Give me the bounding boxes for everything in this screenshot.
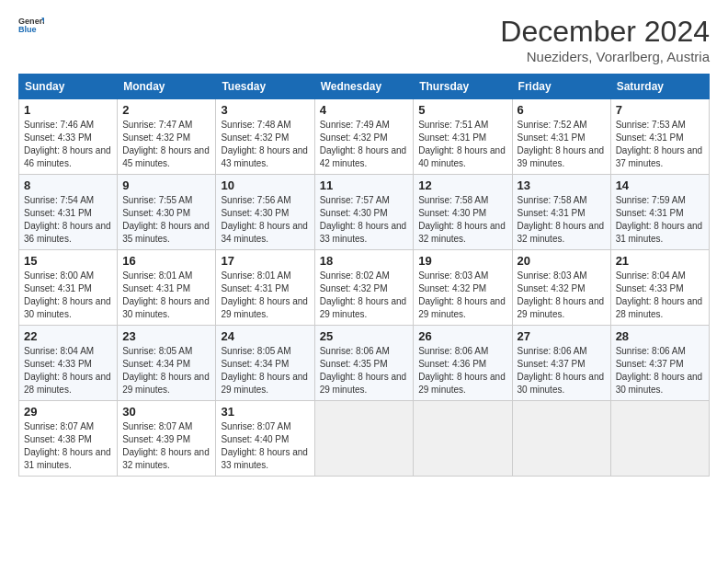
calendar-cell: 8Sunrise: 7:54 AM Sunset: 4:31 PM Daylig… — [19, 175, 118, 250]
calendar-week-4: 22Sunrise: 8:04 AM Sunset: 4:33 PM Dayli… — [19, 326, 710, 401]
day-info: Sunrise: 8:04 AM Sunset: 4:33 PM Dayligh… — [616, 270, 704, 321]
day-number: 13 — [518, 178, 606, 192]
calendar-cell: 11Sunrise: 7:57 AM Sunset: 4:30 PM Dayli… — [314, 175, 414, 250]
day-number: 14 — [616, 178, 704, 192]
day-info: Sunrise: 8:01 AM Sunset: 4:31 PM Dayligh… — [221, 270, 309, 321]
calendar-cell: 26Sunrise: 8:06 AM Sunset: 4:36 PM Dayli… — [414, 326, 512, 401]
calendar-cell: 9Sunrise: 7:55 AM Sunset: 4:30 PM Daylig… — [118, 175, 216, 250]
day-info: Sunrise: 8:00 AM Sunset: 4:31 PM Dayligh… — [24, 270, 112, 321]
day-number: 15 — [24, 254, 112, 268]
calendar-cell — [610, 401, 709, 477]
day-number: 1 — [24, 103, 112, 117]
day-number: 4 — [320, 103, 409, 117]
day-number: 2 — [122, 103, 210, 117]
calendar-cell: 24Sunrise: 8:05 AM Sunset: 4:34 PM Dayli… — [216, 326, 314, 401]
day-number: 27 — [518, 329, 606, 343]
calendar-cell: 4Sunrise: 7:49 AM Sunset: 4:32 PM Daylig… — [314, 99, 414, 175]
calendar-cell: 23Sunrise: 8:05 AM Sunset: 4:34 PM Dayli… — [118, 326, 216, 401]
day-info: Sunrise: 8:07 AM Sunset: 4:39 PM Dayligh… — [122, 420, 210, 472]
calendar-cell: 18Sunrise: 8:02 AM Sunset: 4:32 PM Dayli… — [314, 250, 414, 326]
calendar-cell: 19Sunrise: 8:03 AM Sunset: 4:32 PM Dayli… — [414, 250, 512, 326]
day-info: Sunrise: 7:52 AM Sunset: 4:31 PM Dayligh… — [518, 119, 606, 170]
calendar-week-3: 15Sunrise: 8:00 AM Sunset: 4:31 PM Dayli… — [19, 250, 710, 326]
calendar-cell: 14Sunrise: 7:59 AM Sunset: 4:31 PM Dayli… — [610, 175, 709, 250]
day-number: 3 — [221, 103, 309, 117]
calendar-cell: 5Sunrise: 7:51 AM Sunset: 4:31 PM Daylig… — [414, 99, 512, 175]
calendar-cell — [414, 401, 512, 477]
day-number: 22 — [24, 329, 112, 343]
calendar-cell — [314, 401, 414, 477]
calendar-cell: 1Sunrise: 7:46 AM Sunset: 4:33 PM Daylig… — [19, 99, 118, 175]
page-header: General Blue December 2024 Nueziders, Vo… — [18, 15, 710, 64]
day-info: Sunrise: 8:06 AM Sunset: 4:37 PM Dayligh… — [616, 345, 704, 396]
weekday-header-wednesday: Wednesday — [314, 75, 414, 99]
day-number: 11 — [320, 178, 409, 192]
day-info: Sunrise: 8:06 AM Sunset: 4:35 PM Dayligh… — [320, 345, 409, 396]
calendar-cell: 16Sunrise: 8:01 AM Sunset: 4:31 PM Dayli… — [118, 250, 216, 326]
day-info: Sunrise: 8:05 AM Sunset: 4:34 PM Dayligh… — [122, 345, 210, 396]
day-info: Sunrise: 7:48 AM Sunset: 4:32 PM Dayligh… — [221, 119, 309, 170]
logo-icon: General Blue — [18, 15, 44, 35]
calendar-cell: 13Sunrise: 7:58 AM Sunset: 4:31 PM Dayli… — [512, 175, 610, 250]
weekday-header-monday: Monday — [118, 75, 216, 99]
day-number: 16 — [122, 254, 210, 268]
day-info: Sunrise: 8:07 AM Sunset: 4:40 PM Dayligh… — [221, 420, 309, 472]
calendar-cell: 2Sunrise: 7:47 AM Sunset: 4:32 PM Daylig… — [118, 99, 216, 175]
day-info: Sunrise: 8:02 AM Sunset: 4:32 PM Dayligh… — [320, 270, 409, 321]
day-info: Sunrise: 7:58 AM Sunset: 4:30 PM Dayligh… — [418, 194, 506, 246]
day-number: 30 — [122, 405, 210, 419]
day-info: Sunrise: 7:59 AM Sunset: 4:31 PM Dayligh… — [616, 194, 704, 246]
calendar-cell: 10Sunrise: 7:56 AM Sunset: 4:30 PM Dayli… — [216, 175, 314, 250]
weekday-header-row: SundayMondayTuesdayWednesdayThursdayFrid… — [19, 75, 710, 99]
calendar-week-5: 29Sunrise: 8:07 AM Sunset: 4:38 PM Dayli… — [19, 401, 710, 477]
day-number: 8 — [24, 178, 112, 192]
calendar-cell: 29Sunrise: 8:07 AM Sunset: 4:38 PM Dayli… — [19, 401, 118, 477]
weekday-header-thursday: Thursday — [414, 75, 512, 99]
day-info: Sunrise: 8:03 AM Sunset: 4:32 PM Dayligh… — [518, 270, 606, 321]
day-number: 23 — [122, 329, 210, 343]
calendar-cell: 21Sunrise: 8:04 AM Sunset: 4:33 PM Dayli… — [610, 250, 709, 326]
calendar-cell: 7Sunrise: 7:53 AM Sunset: 4:31 PM Daylig… — [610, 99, 709, 175]
calendar-cell: 31Sunrise: 8:07 AM Sunset: 4:40 PM Dayli… — [216, 401, 314, 477]
weekday-header-tuesday: Tuesday — [216, 75, 314, 99]
title-block: December 2024 Nueziders, Vorarlberg, Aus… — [500, 15, 710, 64]
calendar-cell: 27Sunrise: 8:06 AM Sunset: 4:37 PM Dayli… — [512, 326, 610, 401]
day-number: 25 — [320, 329, 409, 343]
weekday-header-sunday: Sunday — [19, 75, 118, 99]
day-number: 9 — [122, 178, 210, 192]
day-number: 21 — [616, 254, 704, 268]
day-info: Sunrise: 7:54 AM Sunset: 4:31 PM Dayligh… — [24, 194, 112, 246]
calendar-cell: 3Sunrise: 7:48 AM Sunset: 4:32 PM Daylig… — [216, 99, 314, 175]
day-info: Sunrise: 7:57 AM Sunset: 4:30 PM Dayligh… — [320, 194, 409, 246]
calendar-week-1: 1Sunrise: 7:46 AM Sunset: 4:33 PM Daylig… — [19, 99, 710, 175]
day-info: Sunrise: 7:55 AM Sunset: 4:30 PM Dayligh… — [122, 194, 210, 246]
calendar-week-2: 8Sunrise: 7:54 AM Sunset: 4:31 PM Daylig… — [19, 175, 710, 250]
calendar-cell: 28Sunrise: 8:06 AM Sunset: 4:37 PM Dayli… — [610, 326, 709, 401]
location-title: Nueziders, Vorarlberg, Austria — [500, 49, 710, 64]
svg-text:Blue: Blue — [18, 25, 37, 34]
day-number: 28 — [616, 329, 704, 343]
day-number: 5 — [418, 103, 506, 117]
day-number: 29 — [24, 405, 112, 419]
calendar-cell: 30Sunrise: 8:07 AM Sunset: 4:39 PM Dayli… — [118, 401, 216, 477]
day-info: Sunrise: 8:06 AM Sunset: 4:37 PM Dayligh… — [518, 345, 606, 396]
day-number: 24 — [221, 329, 309, 343]
calendar-cell: 15Sunrise: 8:00 AM Sunset: 4:31 PM Dayli… — [19, 250, 118, 326]
day-info: Sunrise: 7:47 AM Sunset: 4:32 PM Dayligh… — [122, 119, 210, 170]
day-number: 26 — [418, 329, 506, 343]
calendar-cell: 12Sunrise: 7:58 AM Sunset: 4:30 PM Dayli… — [414, 175, 512, 250]
day-number: 6 — [518, 103, 606, 117]
day-info: Sunrise: 8:05 AM Sunset: 4:34 PM Dayligh… — [221, 345, 309, 396]
month-title: December 2024 — [500, 15, 710, 49]
day-info: Sunrise: 8:03 AM Sunset: 4:32 PM Dayligh… — [418, 270, 506, 321]
calendar-table: SundayMondayTuesdayWednesdayThursdayFrid… — [18, 74, 710, 477]
calendar-cell: 22Sunrise: 8:04 AM Sunset: 4:33 PM Dayli… — [19, 326, 118, 401]
day-number: 20 — [518, 254, 606, 268]
day-info: Sunrise: 8:01 AM Sunset: 4:31 PM Dayligh… — [122, 270, 210, 321]
day-info: Sunrise: 7:49 AM Sunset: 4:32 PM Dayligh… — [320, 119, 409, 170]
calendar-cell — [512, 401, 610, 477]
day-info: Sunrise: 7:46 AM Sunset: 4:33 PM Dayligh… — [24, 119, 112, 170]
calendar-cell: 25Sunrise: 8:06 AM Sunset: 4:35 PM Dayli… — [314, 326, 414, 401]
day-info: Sunrise: 8:04 AM Sunset: 4:33 PM Dayligh… — [24, 345, 112, 396]
weekday-header-saturday: Saturday — [610, 75, 709, 99]
